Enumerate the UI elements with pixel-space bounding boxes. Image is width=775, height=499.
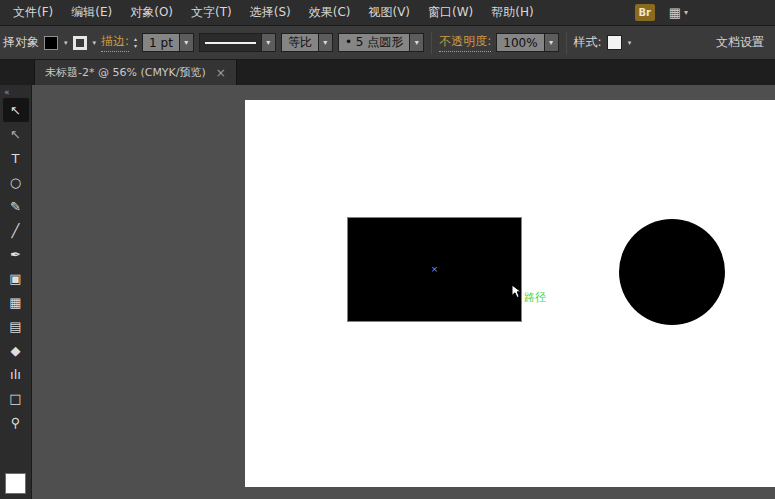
control-bar: 择对象 ▾ ▾ 描边: ▴ ▾ 1 pt ▾ ▾ 等比 ▾ • 5 点圆形 ▾ … [0,26,775,60]
separator [566,32,567,54]
document-tab-title: 未标题-2* @ 56% (CMYK/预览) [45,65,206,80]
separator [431,32,432,54]
pen-tool[interactable]: ✒ [3,242,29,266]
menu-bar: 文件(F) 编辑(E) 对象(O) 文字(T) 选择(S) 效果(C) 视图(V… [0,0,775,26]
path-tooltip-label: 路径 [524,290,546,305]
circle-shape[interactable] [619,219,725,325]
toolbar-fill-color-swatch[interactable] [5,473,26,494]
chevron-down-icon[interactable]: ▾ [318,33,333,52]
menu-item-object[interactable]: 对象(O) [121,0,182,25]
document-setup-button[interactable]: 文档设置 [708,31,772,54]
menu-item-view[interactable]: 视图(V) [359,0,419,25]
chevron-down-icon: ▾ [684,8,688,17]
zoom-tool[interactable]: ⚲ [3,410,29,434]
brush-value[interactable]: • 5 点圆形 [338,33,409,52]
opacity-panel-link[interactable]: 不透明度: [439,33,491,52]
stroke-weight-stepper[interactable]: ▴ ▾ [134,36,137,50]
selection-type-label: 择对象 [3,34,39,51]
menu-item-edit[interactable]: 编辑(E) [62,0,121,25]
chevron-down-icon: ▾ [93,39,97,47]
stepper-down-icon: ▾ [134,43,137,50]
stroke-weight-value[interactable]: 1 pt [142,33,179,52]
stroke-panel-link[interactable]: 描边: [101,33,129,52]
free-transform-tool[interactable]: ▣ [3,266,29,290]
selection-tool[interactable]: ↖ [3,98,29,122]
artboard: × 路径 [245,100,775,487]
illustrator-window: 文件(F) 编辑(E) 对象(O) 文字(T) 选择(S) 效果(C) 视图(V… [0,0,775,499]
workspace-grid-icon: ▦ [669,5,681,20]
opacity-select[interactable]: 100% ▾ [496,33,558,52]
type-tool[interactable]: T [3,146,29,170]
ellipse-tool[interactable]: ○ [3,170,29,194]
bridge-icon[interactable]: Br [635,4,655,21]
selected-rectangle-shape[interactable]: × [347,217,522,322]
menu-item-help[interactable]: 帮助(H) [482,0,542,25]
opacity-value[interactable]: 100% [496,33,543,52]
menu-item-file[interactable]: 文件(F) [4,0,62,25]
chevron-down-icon[interactable]: ▾ [409,33,424,52]
cursor-icon [511,284,523,299]
stroke-weight-select[interactable]: 1 pt ▾ [142,33,194,52]
graph-tool[interactable]: ılı [3,362,29,386]
workspace-switcher-button[interactable]: ▦ ▾ [669,5,688,20]
menu-item-select[interactable]: 选择(S) [241,0,300,25]
document-tab[interactable]: 未标题-2* @ 56% (CMYK/预览) × [34,60,237,85]
menu-item-type[interactable]: 文字(T) [182,0,241,25]
close-icon[interactable]: × [216,66,226,80]
chevron-down-icon[interactable]: ▾ [179,33,194,52]
gradient-tool[interactable]: ▤ [3,314,29,338]
path-hint: 路径 [511,284,546,305]
document-tab-bar: 未标题-2* @ 56% (CMYK/预览) × [0,60,775,85]
direct-selection-tool[interactable]: ↖ [3,122,29,146]
style-swatch[interactable] [607,35,622,50]
fill-color-swatch[interactable] [44,36,58,50]
artboard-tool[interactable]: □ [3,386,29,410]
width-profile-select[interactable]: ▾ [199,33,276,52]
pencil-tool[interactable]: ✎ [3,194,29,218]
mesh-tool[interactable]: ▦ [3,290,29,314]
brush-select[interactable]: • 5 点圆形 ▾ [338,33,424,52]
brush-tool[interactable]: ╱ [3,218,29,242]
toolbar-collapse-button[interactable]: « [0,87,31,98]
chevron-down-icon[interactable]: ▾ [261,33,276,52]
width-profile-value[interactable]: 等比 [281,33,318,52]
menu-item-effect[interactable]: 效果(C) [300,0,360,25]
menu-item-window[interactable]: 窗口(W) [419,0,482,25]
canvas-area: × 路径 [32,85,775,499]
stroke-profile-preview [199,33,261,52]
chevron-down-icon: ▾ [628,39,632,47]
stroke-color-swatch[interactable] [73,36,87,50]
style-label: 样式: [574,34,602,51]
eyedropper-tool[interactable]: ◆ [3,338,29,362]
uniform-profile-select[interactable]: 等比 ▾ [281,33,333,52]
chevron-down-icon: ▾ [64,39,68,47]
chevron-down-icon[interactable]: ▾ [544,33,559,52]
tools-panel: « ↖ ↖ T ○ ✎ ╱ ✒ ▣ ▦ ▤ ◆ ılı □ ⚲ [0,85,32,499]
selection-center-mark: × [431,265,439,274]
